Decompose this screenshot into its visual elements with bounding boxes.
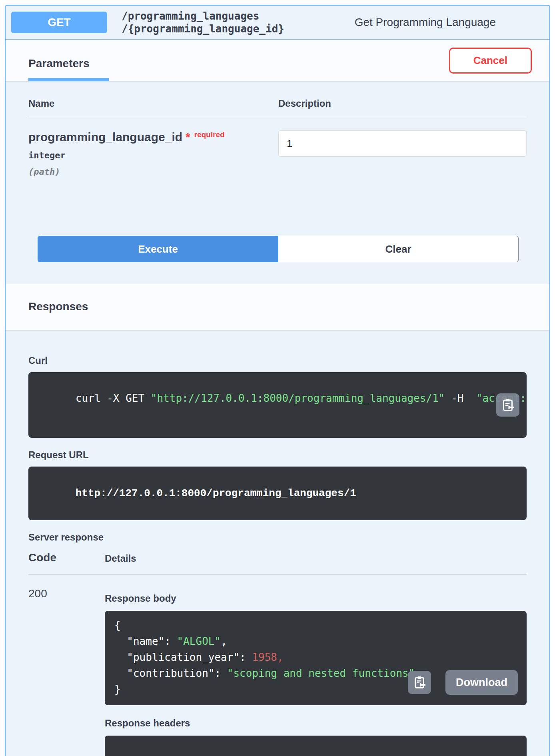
server-response-table-header: Code Details (28, 551, 527, 575)
cancel-button[interactable]: Cancel (449, 48, 532, 74)
response-headers: content-length: 86 content-type: applica… (105, 736, 527, 756)
json-value-name: "ALGOL" (177, 635, 221, 647)
copy-curl-button[interactable] (496, 393, 519, 417)
json-comma: , (221, 635, 227, 647)
required-label: required (194, 130, 225, 139)
parameter-row: programming_language_id*required integer… (28, 118, 527, 177)
operation-panel: GET /programming_languages /{programming… (5, 5, 550, 756)
curl-label: Curl (28, 355, 527, 367)
parameter-name: programming_language_id (28, 130, 182, 144)
copy-response-button[interactable] (408, 671, 431, 694)
download-button[interactable]: Download (445, 670, 518, 695)
parameters-section-header: Parameters Cancel (6, 40, 549, 81)
get-method-badge: GET (11, 12, 107, 33)
request-url-label: Request URL (28, 449, 527, 461)
json-separator: : (214, 667, 227, 679)
server-response-label: Server response (28, 531, 527, 543)
operation-summary: Get Programming Language (355, 16, 496, 29)
json-value-publication-year: 1958, (252, 651, 283, 663)
tab-parameters[interactable]: Parameters (28, 40, 109, 81)
responses-section-header: Responses (6, 284, 549, 330)
parameter-value-input[interactable] (278, 130, 527, 157)
request-url-value: http://127.0.0.1:8000/programming_langua… (28, 467, 527, 520)
json-separator: : (240, 651, 252, 663)
curl-command-prefix: curl -X GET (76, 392, 151, 404)
execute-button[interactable]: Execute (38, 236, 278, 262)
response-body-actions: Download (408, 670, 518, 695)
required-asterisk: * (186, 130, 190, 144)
request-url-text: http://127.0.0.1:8000/programming_langua… (76, 487, 356, 499)
response-body-label: Response body (105, 592, 527, 604)
name-column-header: Name (28, 98, 278, 109)
parameters-body: Name Description programming_language_id… (6, 81, 549, 284)
json-separator: : (164, 635, 177, 647)
server-response-row: 200 Response body { "name": "ALGOL", "pu… (28, 575, 527, 756)
responses-title: Responses (28, 300, 527, 313)
curl-url-string: "http://127.0.0.1:8000/programming_langu… (151, 392, 445, 404)
description-column-header: Description (278, 98, 331, 109)
operation-summary-row[interactable]: GET /programming_languages /{programming… (6, 6, 549, 40)
copy-to-clipboard-icon (412, 675, 427, 690)
json-key-name: "name" (114, 635, 164, 647)
parameters-table-header: Name Description (28, 98, 527, 118)
endpoint-path: /programming_languages /{programming_lan… (122, 10, 284, 35)
json-open-brace: { (114, 619, 121, 631)
json-key-publication-year: "publication_year" (114, 651, 240, 663)
status-code: 200 (28, 587, 105, 756)
execute-wrapper: Execute Clear (38, 236, 519, 262)
response-headers-label: Response headers (105, 717, 527, 729)
clear-button[interactable]: Clear (278, 236, 519, 262)
response-body: { "name": "ALGOL", "publication_year": 1… (105, 611, 527, 705)
endpoint-path-line1: /programming_languages (122, 10, 284, 22)
json-value-contribution: "scoping and nested functions" (227, 667, 415, 679)
json-close-brace: } (114, 683, 121, 695)
json-key-contribution: "contribution" (114, 667, 214, 679)
endpoint-path-line2: /{programming_language_id} (122, 22, 284, 35)
curl-command: curl -X GET "http://127.0.0.1:8000/progr… (28, 372, 527, 438)
copy-to-clipboard-icon (501, 398, 515, 412)
parameter-location: (path) (28, 167, 278, 177)
details-column-header: Details (105, 553, 136, 564)
parameter-type: integer (28, 150, 278, 160)
code-column-header: Code (28, 551, 105, 564)
curl-header-flag: -H (445, 392, 476, 404)
parameter-meta: programming_language_id*required integer… (28, 130, 278, 177)
responses-body: Curl curl -X GET "http://127.0.0.1:8000/… (6, 330, 549, 756)
